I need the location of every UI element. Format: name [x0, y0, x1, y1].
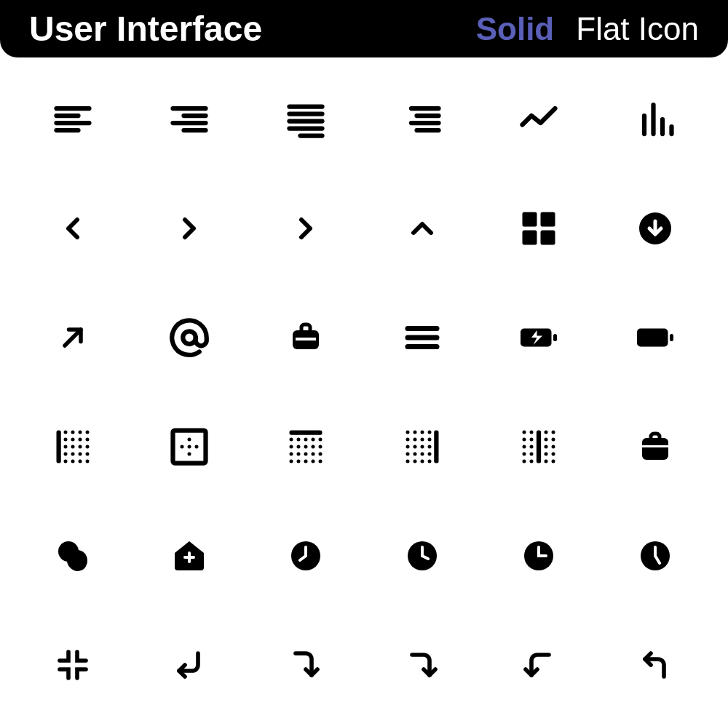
svg-point-69 — [319, 438, 323, 442]
svg-point-72 — [304, 445, 308, 449]
svg-point-40 — [79, 431, 82, 434]
svg-point-114 — [552, 438, 555, 442]
svg-point-119 — [523, 453, 526, 456]
header-title: User Interface — [29, 9, 454, 49]
arrow-down-circle-icon — [597, 174, 713, 283]
svg-rect-23 — [523, 231, 537, 245]
svg-point-103 — [414, 460, 417, 463]
menu-hamburger-icon — [364, 283, 480, 392]
svg-point-118 — [552, 445, 555, 449]
header-style-flat: Flat Icon — [576, 11, 699, 47]
svg-point-117 — [545, 445, 548, 449]
svg-point-96 — [421, 445, 424, 449]
svg-point-65 — [290, 438, 293, 442]
battery-full-icon — [597, 283, 713, 392]
svg-point-39 — [71, 431, 75, 434]
svg-point-68 — [312, 438, 315, 442]
svg-point-128 — [67, 550, 87, 570]
svg-point-90 — [406, 438, 410, 442]
svg-rect-34 — [553, 334, 557, 341]
svg-point-100 — [421, 453, 424, 456]
svg-point-55 — [71, 460, 75, 463]
svg-point-49 — [86, 445, 90, 449]
svg-rect-85 — [434, 431, 438, 463]
svg-point-84 — [319, 460, 323, 463]
svg-rect-35 — [637, 329, 668, 347]
svg-point-93 — [428, 438, 432, 442]
svg-point-116 — [530, 445, 534, 449]
at-sign-icon — [131, 283, 248, 392]
svg-point-87 — [414, 431, 417, 434]
svg-rect-24 — [541, 231, 555, 245]
corner-down-right-icon — [364, 610, 480, 713]
svg-point-80 — [290, 460, 293, 463]
svg-point-62 — [188, 453, 191, 456]
bar-chart-icon — [597, 65, 713, 174]
align-right-icon — [131, 65, 248, 174]
svg-rect-21 — [523, 212, 537, 227]
svg-point-78 — [312, 453, 315, 456]
svg-point-77 — [304, 453, 308, 456]
clock-1-icon — [248, 501, 364, 610]
border-top-icon — [248, 392, 364, 501]
svg-point-54 — [64, 460, 68, 463]
clock-4-icon — [597, 501, 713, 610]
svg-rect-64 — [290, 431, 323, 435]
svg-point-59 — [181, 445, 184, 449]
clock-3-icon — [480, 501, 597, 610]
clock-2-icon — [364, 501, 480, 610]
chevron-left-icon — [15, 174, 131, 283]
svg-rect-22 — [541, 212, 555, 227]
svg-point-82 — [304, 460, 308, 463]
svg-point-109 — [545, 431, 548, 434]
svg-point-107 — [523, 431, 526, 434]
border-box-icon — [131, 392, 248, 501]
briefcase-solid-icon — [597, 392, 713, 501]
svg-point-51 — [71, 453, 75, 456]
svg-point-105 — [428, 460, 432, 463]
corner-down-left-icon — [131, 610, 248, 713]
svg-line-26 — [65, 330, 81, 346]
svg-point-126 — [552, 460, 555, 463]
svg-point-57 — [86, 460, 90, 463]
coins-icon — [15, 501, 131, 610]
svg-point-123 — [523, 460, 526, 463]
svg-point-75 — [290, 453, 293, 456]
header-bar: User Interface Solid Flat Icon — [0, 0, 728, 57]
svg-point-45 — [86, 438, 90, 442]
svg-point-102 — [406, 460, 410, 463]
svg-rect-36 — [670, 334, 673, 341]
svg-point-50 — [64, 453, 68, 456]
svg-point-81 — [297, 460, 301, 463]
svg-point-110 — [552, 431, 555, 434]
svg-point-56 — [79, 460, 82, 463]
svg-point-122 — [552, 453, 555, 456]
header-style-solid: Solid — [476, 11, 555, 47]
svg-point-42 — [64, 438, 68, 442]
home-add-icon — [131, 501, 248, 610]
arrow-up-right-icon — [15, 283, 131, 392]
svg-point-52 — [79, 453, 82, 456]
align-center-icon — [364, 65, 480, 174]
svg-point-91 — [414, 438, 417, 442]
grid-apps-icon — [480, 174, 597, 283]
icon-grid — [0, 57, 728, 713]
svg-point-71 — [297, 445, 301, 449]
svg-point-92 — [421, 438, 424, 442]
svg-point-111 — [523, 438, 526, 442]
svg-point-124 — [530, 460, 534, 463]
svg-point-89 — [428, 431, 432, 434]
svg-point-63 — [195, 445, 199, 449]
minimize-icon — [15, 610, 131, 713]
svg-point-120 — [530, 453, 534, 456]
svg-point-38 — [64, 431, 68, 434]
chevron-up-icon — [364, 174, 480, 283]
svg-point-47 — [71, 445, 75, 449]
align-justify-icon — [248, 65, 364, 174]
svg-point-83 — [312, 460, 315, 463]
svg-point-112 — [530, 438, 534, 442]
border-right-icon — [364, 392, 480, 501]
svg-point-115 — [523, 445, 526, 449]
svg-point-44 — [79, 438, 82, 442]
battery-charging-icon — [480, 283, 597, 392]
